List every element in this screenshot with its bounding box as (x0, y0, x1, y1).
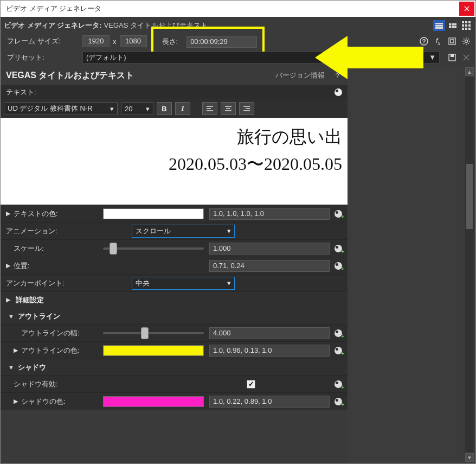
text-color-swatch[interactable] (103, 208, 204, 219)
collapse-icon: ▼ (8, 313, 18, 320)
fx-icon[interactable]: fx (432, 35, 444, 47)
window: ビデオ メディア ジェネレータ ビデオ メディア ジェネレータ: VEGAS タ… (0, 0, 476, 464)
expand-icon[interactable]: ▶ (14, 347, 21, 354)
text-section-header: テキスト: (1, 85, 348, 99)
toolbar-row-preset: プリセット: (デフォルト) ▼ (4, 52, 472, 66)
scale-row: スケール: 1.000 + (1, 239, 348, 257)
format-toolbar: UD デジタル 教科書体 N-R ▾ 20 ▾ B I (1, 99, 348, 118)
scroll-up-button[interactable]: ▲ (465, 67, 474, 76)
shadow-label: シャドウ (18, 363, 46, 372)
svg-rect-14 (451, 54, 454, 57)
outline-group[interactable]: ▼ アウトライン (1, 308, 348, 324)
canvas-line-1: 旅行の思い出 (237, 125, 342, 149)
outline-width-slider[interactable] (103, 332, 204, 334)
collapse-icon: ▼ (8, 364, 18, 371)
frame-width-input[interactable]: 1920 (82, 35, 110, 47)
preset-value: (デフォルト) (86, 52, 126, 63)
x-label: x (113, 37, 117, 46)
text-canvas[interactable]: 旅行の思い出 2020.05.03〜2020.05.05 (1, 118, 348, 205)
keyframe-icon[interactable]: + (335, 398, 342, 405)
caret-down-icon: ▼ (429, 52, 436, 63)
toolbar: ビデオ メディア ジェネレータ: VEGAS タイトルおよびテキスト フレーム … (1, 17, 475, 66)
chain-icon[interactable] (446, 35, 458, 47)
animation-select[interactable]: スクロール ▾ (132, 225, 235, 238)
shadow-enable-label: シャドウ有効: (14, 379, 247, 389)
scroll-down-button[interactable]: ▼ (465, 453, 474, 462)
text-color-row: ▶ テキストの色: 1.0, 1.0, 1.0, 1.0 + (1, 205, 348, 222)
expand-icon[interactable]: ▶ (6, 262, 14, 269)
anchor-select[interactable]: 中央 ▾ (132, 277, 235, 290)
position-label: 位置: (14, 261, 103, 271)
keyframe-icon[interactable]: + (335, 347, 342, 354)
align-left-button[interactable] (202, 102, 217, 115)
scale-slider[interactable] (103, 247, 204, 250)
position-value[interactable]: 0.71, 0.24 (209, 260, 330, 272)
advanced-label: 詳細設定 (16, 295, 44, 305)
svg-line-12 (468, 39, 469, 40)
font-size-select[interactable]: 20 ▾ (121, 102, 153, 115)
delete-preset-icon[interactable] (460, 52, 472, 63)
scrollbar[interactable]: ▲ ▼ (464, 66, 475, 463)
caret-down-icon: ▾ (224, 227, 231, 235)
shadow-color-swatch[interactable] (103, 396, 204, 407)
window-title: ビデオ メディア ジェネレータ (6, 4, 101, 14)
outline-label: アウトライン (18, 312, 60, 321)
keyframe-icon[interactable] (335, 88, 342, 96)
scroll-thumb[interactable] (466, 164, 473, 229)
svg-line-9 (464, 39, 465, 40)
close-button[interactable] (459, 2, 474, 16)
animation-label: アニメーション: (6, 226, 132, 236)
expand-icon[interactable]: ▶ (14, 398, 21, 405)
anchor-row: アンカーポイント: 中央 ▾ (1, 274, 348, 291)
advanced-group[interactable]: ▶ 詳細設定 (1, 291, 348, 308)
help-icon[interactable]: ? (418, 35, 430, 47)
panel-help-button[interactable]: ? (332, 72, 342, 80)
svg-rect-3 (451, 40, 454, 43)
generator-label: ビデオ メディア ジェネレータ: (4, 21, 102, 30)
font-value: UD デジタル 教科書体 N-R (8, 104, 93, 113)
shadow-color-label: シャドウの色: (21, 397, 103, 406)
length-input[interactable]: 00:00:09;29 (186, 36, 257, 48)
align-right-button[interactable] (239, 102, 254, 115)
scale-label: スケール: (14, 244, 103, 253)
text-color-label: テキストの色: (14, 209, 103, 219)
italic-button[interactable]: I (175, 102, 190, 115)
keyframe-icon[interactable]: + (335, 245, 342, 252)
content-panel: VEGAS タイトルおよびテキスト バージョン情報 ? テキスト: UD デジタ… (1, 66, 348, 463)
keyframe-icon[interactable]: + (335, 210, 342, 218)
preset-label: プリセット: (4, 53, 82, 62)
outline-color-row: ▶ アウトラインの色: 1.0, 0.96, 0.13, 1.0 + (1, 341, 348, 359)
shadow-color-row: ▶ シャドウの色: 1.0, 0.22, 0.89, 1.0 + (1, 392, 348, 410)
panel-title: VEGAS タイトルおよびテキスト (6, 70, 134, 81)
outline-color-value[interactable]: 1.0, 0.96, 0.13, 1.0 (209, 345, 330, 357)
outline-width-value[interactable]: 4.000 (209, 327, 330, 339)
text-color-value[interactable]: 1.0, 1.0, 1.0, 1.0 (209, 208, 330, 220)
save-preset-icon[interactable] (446, 52, 458, 63)
outline-color-swatch[interactable] (103, 345, 204, 356)
version-link[interactable]: バージョン情報 (275, 71, 325, 80)
view-grid-large-button[interactable] (460, 20, 472, 31)
bold-button[interactable]: B (157, 102, 172, 115)
scroll-track[interactable] (465, 77, 474, 452)
shadow-group[interactable]: ▼ シャドウ (1, 359, 348, 375)
keyframe-icon[interactable]: + (335, 329, 342, 337)
caret-down-icon: ▾ (224, 279, 231, 287)
view-grid-small-button[interactable] (447, 20, 459, 31)
canvas-line-2: 2020.05.03〜2020.05.05 (169, 152, 342, 176)
view-list-button[interactable] (433, 20, 445, 31)
empty-area (348, 66, 464, 463)
keyframe-icon[interactable]: + (335, 262, 342, 270)
align-center-button[interactable] (221, 102, 236, 115)
keyframe-icon[interactable]: + (335, 380, 342, 388)
shadow-enable-checkbox[interactable]: ✓ (247, 380, 255, 389)
anchor-label: アンカーポイント: (6, 278, 132, 288)
font-select[interactable]: UD デジタル 教科書体 N-R ▾ (4, 102, 118, 115)
scale-value[interactable]: 1.000 (209, 243, 330, 255)
shadow-color-value[interactable]: 1.0, 0.22, 0.89, 1.0 (209, 396, 330, 408)
settings-icon[interactable] (460, 35, 472, 47)
outline-width-row: アウトラインの幅: 4.000 + (1, 324, 348, 341)
frame-height-input[interactable]: 1080 (120, 35, 147, 47)
expand-icon[interactable]: ▶ (6, 210, 14, 217)
font-size-value: 20 (125, 105, 132, 113)
preset-select[interactable]: (デフォルト) ▼ (82, 52, 440, 63)
